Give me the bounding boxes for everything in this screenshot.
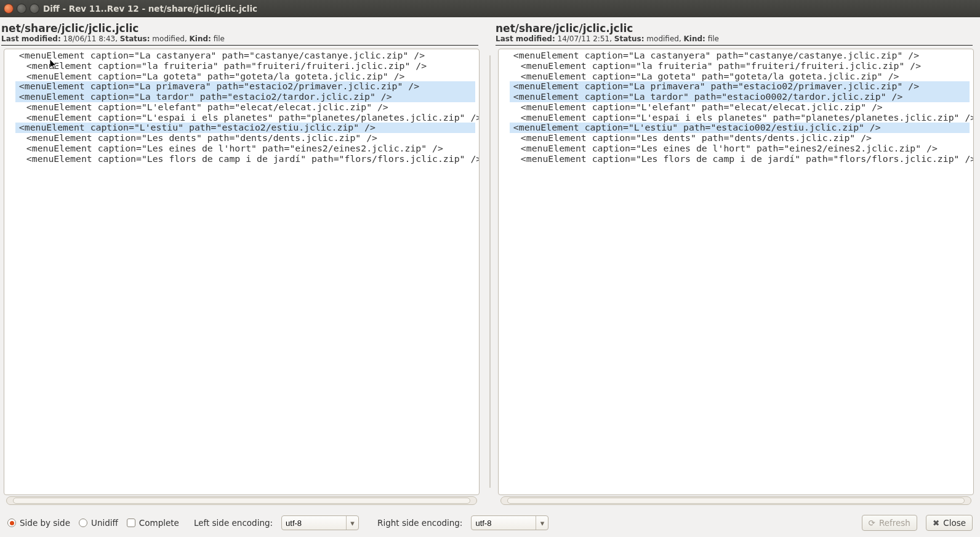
right-modified-value: 14/07/11 2:51: [558, 34, 610, 43]
left-code-view[interactable]: <menuElement caption="La castanyera" pat…: [4, 49, 480, 495]
unidiff-label: Unidiff: [91, 518, 118, 528]
bottom-toolbar: Side by side Unidiff Complete Left side …: [4, 512, 976, 533]
status-label: Status:: [120, 34, 150, 43]
right-file-path: net/share/jclic/jclic.jclic: [496, 22, 973, 34]
left-file-meta: Last modified: 18/06/11 8:43, Status: mo…: [1, 34, 478, 43]
chevron-down-icon[interactable]: ▾: [536, 516, 548, 530]
close-button[interactable]: ✖ Close: [926, 515, 973, 531]
kind-label: Kind:: [684, 34, 705, 43]
close-icon: ✖: [933, 518, 939, 528]
left-file-path: net/share/jclic/jclic.jclic: [1, 22, 478, 34]
right-kind-value: file: [708, 34, 719, 43]
last-modified-label: Last modified:: [496, 34, 555, 43]
complete-checkbox[interactable]: Complete: [127, 518, 179, 528]
window-close-button[interactable]: [4, 4, 14, 14]
right-pane-header: net/share/jclic/jclic.jclic Last modifie…: [492, 21, 976, 47]
chevron-down-icon[interactable]: ▾: [346, 516, 358, 530]
left-pane: net/share/jclic/jclic.jclic Last modifie…: [4, 21, 482, 506]
left-encoding-label: Left side encoding:: [194, 518, 273, 528]
left-horizontal-scrollbar[interactable]: [6, 496, 477, 505]
right-status-value: modified: [646, 34, 679, 43]
right-encoding-combo[interactable]: ▾: [471, 515, 548, 530]
right-code-view[interactable]: <menuElement caption="La castanyera" pat…: [498, 49, 974, 495]
pane-splitter[interactable]: [482, 21, 498, 506]
side-by-side-label: Side by side: [20, 518, 70, 528]
close-label: Close: [943, 518, 966, 528]
checkbox-icon: [127, 519, 135, 527]
window-titlebar: Diff - Rev 11..Rev 12 - net/share/jclic/…: [0, 0, 980, 17]
view-side-by-side-radio[interactable]: Side by side: [7, 518, 70, 528]
right-encoding-label: Right side encoding:: [377, 518, 462, 528]
right-horizontal-scrollbar[interactable]: [500, 496, 971, 505]
left-lines: <menuElement caption="La castanyera" pat…: [4, 49, 479, 168]
kind-label: Kind:: [190, 34, 211, 43]
refresh-label: Refresh: [879, 518, 910, 528]
right-pane: net/share/jclic/jclic.jclic Last modifie…: [498, 21, 976, 506]
right-encoding-input[interactable]: [472, 516, 536, 530]
diff-panes: net/share/jclic/jclic.jclic Last modifie…: [4, 21, 976, 506]
right-file-meta: Last modified: 14/07/11 2:51, Status: mo…: [496, 34, 973, 43]
left-encoding-combo[interactable]: ▾: [281, 515, 359, 530]
window-title: Diff - Rev 11..Rev 12 - net/share/jclic/…: [43, 4, 257, 14]
right-lines: <menuElement caption="La castanyera" pat…: [499, 49, 973, 168]
status-label: Status:: [614, 34, 645, 43]
workarea: net/share/jclic/jclic.jclic Last modifie…: [0, 17, 980, 537]
radio-dot-icon: [7, 519, 16, 527]
radio-dot-icon: [79, 519, 87, 527]
left-pane-header: net/share/jclic/jclic.jclic Last modifie…: [0, 21, 482, 47]
refresh-button[interactable]: ⟳ Refresh: [862, 515, 917, 531]
left-status-value: modified: [152, 34, 185, 43]
window-maximize-button[interactable]: [30, 4, 39, 14]
left-modified-value: 18/06/11 8:43: [63, 34, 116, 43]
window-minimize-button[interactable]: [17, 4, 26, 14]
view-unidiff-radio[interactable]: Unidiff: [79, 518, 118, 528]
refresh-icon: ⟳: [869, 518, 875, 528]
left-kind-value: file: [214, 34, 225, 43]
left-encoding-input[interactable]: [282, 516, 346, 530]
complete-label: Complete: [139, 518, 179, 528]
last-modified-label: Last modified:: [1, 34, 61, 43]
